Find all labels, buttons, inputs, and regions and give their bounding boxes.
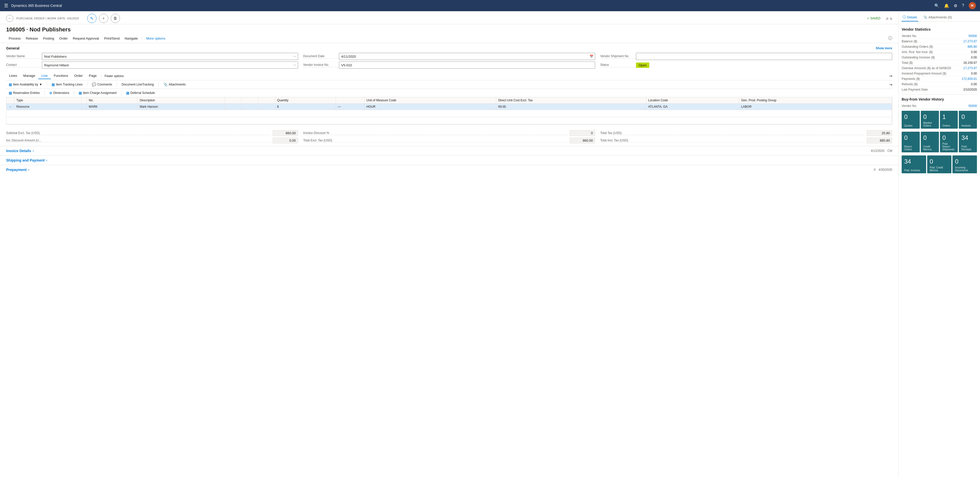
tile-blanket-orders[interactable]: 0Blanket Orders [921, 111, 939, 129]
details-tab[interactable]: ⓘ Details [902, 13, 918, 21]
tile-credit-memos[interactable]: 0Credit Memos [921, 132, 939, 153]
tab-lines[interactable]: Lines [6, 73, 20, 79]
tab-line[interactable]: Line [38, 73, 51, 79]
expand-button[interactable]: ⧄ [886, 16, 888, 21]
vendor-name-value[interactable]: Nod Publishers ⋯ [42, 53, 298, 60]
stat-value[interactable]: 885.80 [967, 45, 977, 48]
toolbar-posting[interactable]: Posting [41, 35, 57, 42]
prepayment-title[interactable]: Prepayment › [6, 168, 29, 172]
stat-value[interactable]: 17,273.87 [963, 66, 977, 70]
show-more-link[interactable]: Show more [876, 46, 892, 50]
vendor-shipment-value[interactable] [636, 53, 892, 60]
history-vendor-no-label: Vendor No. [902, 104, 917, 108]
attachments-tab[interactable]: 📎 Attachments (0) [922, 13, 953, 21]
row-description[interactable]: Mark Hanson [138, 103, 224, 110]
tile-pstd.-receipts[interactable]: 34Pstd. Receipts [959, 132, 977, 153]
document-date-label: Document Date [303, 54, 339, 59]
toolbar-order[interactable]: Order [57, 35, 70, 42]
row-uom[interactable]: HOUR [364, 103, 496, 110]
toolbar-navigate[interactable]: Navigate [122, 35, 140, 42]
tile-return-orders[interactable]: 0Return Orders [902, 132, 920, 153]
shipping-payment-title[interactable]: Shipping and Payment › [6, 158, 47, 162]
stat-label: Invoiced Prepayment Amount ($) [902, 72, 946, 75]
tile-orders[interactable]: 1Orders [940, 111, 958, 129]
row-posting-group[interactable]: LABOR [739, 103, 892, 110]
tab-functions[interactable]: Functions [51, 73, 71, 79]
toolbar-more-options[interactable]: More options [144, 35, 168, 42]
row-arrow-cell: → [6, 103, 14, 110]
stat-label: Last Payment Date [902, 88, 928, 91]
contact-dropdown[interactable]: ⋯ [292, 63, 298, 67]
fewer-options-button[interactable]: Fewer options [102, 73, 126, 79]
contact-value[interactable]: Raymond Hillard ⋯ [42, 62, 298, 68]
stat-value[interactable]: 172,839.81 [962, 77, 977, 81]
tile-pstd.-credit-memos[interactable]: 0Pstd. Credit Memos [927, 156, 952, 173]
row-quantity[interactable]: 8 [275, 103, 336, 110]
avatar[interactable]: IK [969, 2, 976, 9]
toolbar-release[interactable]: Release [23, 35, 41, 42]
row-location[interactable]: ATLANTA, GA [646, 103, 739, 110]
delete-button[interactable]: 🗑 [111, 14, 120, 23]
row-type[interactable]: Resource [14, 103, 82, 110]
edit-button[interactable]: ✎ [87, 14, 97, 23]
item-charge-button[interactable]: ▩ Item Charge Assignment [76, 90, 119, 96]
page-actions: ✎ + 🗑 [87, 14, 120, 23]
shipping-chevron: › [46, 159, 47, 162]
gear-icon[interactable]: ⚙ [954, 3, 957, 8]
tab-manage[interactable]: Manage [20, 73, 38, 79]
tab-order[interactable]: Order [71, 73, 86, 79]
help-icon[interactable]: ? [962, 3, 964, 8]
tab-page[interactable]: Page [86, 73, 100, 79]
vendor-name-dropdown[interactable]: ⋯ [292, 55, 298, 58]
info-icon[interactable]: ⓘ [888, 36, 892, 41]
item-availability-button[interactable]: ▩ Item Availability by ▼ [6, 81, 45, 87]
stat-label: Payments ($) [902, 77, 920, 81]
dimensions-button[interactable]: ⊕ Dimensions [47, 90, 72, 96]
vendor-shipment-field: Vendor Shipment No. [600, 53, 892, 60]
stat-label: Outstanding Orders ($) [902, 45, 933, 48]
hamburger-icon[interactable]: ☰ [4, 3, 8, 8]
item-tracking-lines-button[interactable]: ▩ Item Tracking Lines [49, 81, 85, 87]
history-vendor-no-value[interactable]: 50000 [969, 104, 977, 108]
deferral-schedule-button[interactable]: ▩ Deferral Schedule [124, 90, 158, 96]
toolbar-request-approval[interactable]: Request Approval [70, 35, 102, 42]
comments-button[interactable]: 💬 Comments [89, 81, 115, 87]
table-row[interactable]: → Resource MARK Mark Hanson 8 — HOUR [6, 103, 892, 110]
add-button[interactable]: + [99, 14, 108, 23]
row-unit-cost[interactable]: 69.00 [496, 103, 646, 110]
toolbar-print-send[interactable]: Print/Send [102, 35, 122, 42]
back-button[interactable]: ← [6, 15, 13, 22]
col-posting-group: Gen. Prod. Posting Group [739, 97, 892, 103]
inv-discount-amount-value[interactable]: 0.00 [272, 138, 298, 143]
invoice-discount-value[interactable]: 0 [570, 130, 595, 136]
row-no[interactable]: MARK [86, 103, 138, 110]
tile-pstd.-invoices[interactable]: 34Pstd. Invoices [902, 156, 926, 173]
tile-pstd.-return-shipments[interactable]: 0Pstd. Return Shipments [940, 132, 958, 153]
invoice-details-title[interactable]: Invoice Details › [6, 149, 34, 153]
collapse-button[interactable]: ⧅ [890, 16, 892, 21]
tile-incoming-documents[interactable]: 0Incoming Documents [953, 156, 977, 173]
general-section-title: General Show more [6, 46, 892, 50]
vendor-invoice-value[interactable]: V5-010 [339, 62, 595, 68]
tile-quotes[interactable]: 0Quotes [902, 111, 920, 129]
col-empty2 [224, 97, 242, 103]
search-icon[interactable]: 🔍 [934, 3, 939, 8]
document-date-value[interactable]: 4/11/2020 📅 [339, 53, 595, 60]
document-date-calendar[interactable]: 📅 [589, 55, 594, 58]
expand-grid-icon[interactable]: ⇥ [889, 73, 892, 78]
col-empty4 [258, 97, 275, 103]
reservation-entries-button[interactable]: ▩ Reservation Entries [6, 90, 42, 96]
expand-buttons: ⧄ ⧅ [886, 16, 892, 21]
sub-toolbar-expand-icon[interactable]: ⇥ [889, 82, 892, 87]
toolbar-process[interactable]: Process [6, 35, 23, 42]
page-title-row: 106005 · Nod Publishers [0, 24, 898, 34]
stat-value[interactable]: 17,273.87 [963, 40, 977, 43]
main-toolbar: Process Release Posting Order Request Ap… [0, 34, 898, 43]
document-line-tracking-button[interactable]: Document LineTracking [119, 82, 156, 87]
attachments-button[interactable]: 📎 Attachments [161, 81, 188, 87]
bell-icon[interactable]: 🔔 [944, 3, 949, 8]
app-title: Dynamics 365 Business Central [11, 3, 62, 8]
tile-invoices[interactable]: 0Invoices [959, 111, 977, 129]
invoice-details-section: Invoice Details › 4/12/2020 CM [0, 146, 898, 156]
stat-value[interactable]: 50000 [969, 34, 977, 38]
